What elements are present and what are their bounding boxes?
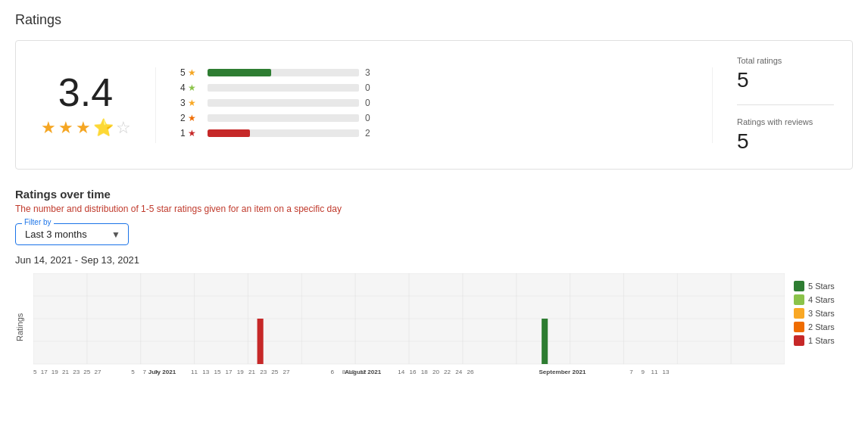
chart-svg: 1.5 1.0 0.5 0.0	[33, 273, 785, 379]
svg-text:27: 27	[283, 369, 291, 375]
svg-text:6: 6	[331, 369, 335, 375]
bar-count-5: 3	[365, 67, 377, 78]
svg-text:18: 18	[421, 369, 429, 375]
bar-label-4: 4 ★	[180, 82, 201, 93]
legend-color-4stars	[794, 294, 804, 305]
svg-text:24: 24	[455, 369, 463, 375]
filter-dropdown[interactable]: Filter by Last 3 months ▼	[15, 223, 129, 245]
bar-track-4	[208, 84, 359, 92]
bar-label-2: 2 ★	[180, 113, 201, 123]
svg-text:11: 11	[191, 369, 198, 375]
bar-track-5	[208, 69, 359, 76]
bar-count-3: 0	[365, 98, 377, 108]
legend-color-2stars	[794, 322, 804, 332]
legend-label-1stars: 1 Stars	[808, 336, 835, 345]
bar-count-4: 0	[365, 82, 377, 93]
y-axis-label: Ratings	[15, 273, 30, 381]
svg-text:21: 21	[248, 369, 256, 375]
svg-text:15: 15	[214, 369, 221, 375]
legend-label-4stars: 4 Stars	[808, 295, 835, 304]
svg-text:September 2021: September 2021	[539, 369, 586, 375]
bar-row-5: 5 ★ 3	[180, 67, 688, 78]
bar-row-3: 3 ★ 0	[180, 98, 688, 108]
svg-text:7: 7	[629, 369, 633, 375]
svg-rect-25	[258, 319, 264, 364]
ratings-over-time-section: Ratings over time The number and distrib…	[15, 188, 853, 381]
svg-text:21: 21	[62, 369, 70, 375]
filter-label: Filter by	[22, 218, 54, 226]
star-1: ★	[41, 118, 56, 138]
legend-5stars: 5 Stars	[794, 281, 853, 291]
chevron-down-icon: ▼	[111, 229, 120, 240]
page-container: Ratings 3.4 ★ ★ ★ ⭐ ☆ 5 ★	[0, 0, 868, 394]
svg-text:22: 22	[444, 369, 451, 375]
legend-3stars: 3 Stars	[794, 308, 853, 319]
bar-label-5: 5 ★	[180, 67, 201, 78]
legend-label-2stars: 2 Stars	[808, 322, 835, 332]
legend-color-5stars	[794, 281, 804, 291]
total-ratings-label: Total ratings	[737, 56, 834, 65]
bar-track-1	[208, 129, 359, 137]
star-3: ★	[76, 118, 91, 138]
legend-color-3stars	[794, 308, 804, 319]
ratings-summary-card: 3.4 ★ ★ ★ ⭐ ☆ 5 ★ 3	[15, 40, 853, 170]
svg-text:17: 17	[226, 369, 233, 375]
legend-label-5stars: 5 Stars	[808, 282, 835, 291]
star-2: ★	[58, 118, 73, 138]
svg-text:19: 19	[52, 369, 59, 375]
legend-2stars: 2 Stars	[794, 322, 853, 332]
svg-text:15: 15	[33, 369, 37, 375]
bar-count-2: 0	[365, 113, 377, 123]
chart-inner: 1.5 1.0 0.5 0.0	[33, 273, 785, 381]
rating-bars-section: 5 ★ 3 4 ★ 0 3	[155, 67, 713, 143]
svg-text:25: 25	[271, 369, 279, 375]
svg-text:7: 7	[143, 369, 147, 375]
svg-text:26: 26	[467, 369, 474, 375]
bar-fill-5	[208, 69, 271, 76]
section-subtitle: The number and distribution of 1-5 star …	[15, 204, 853, 214]
average-rating: 3.4	[58, 73, 113, 112]
svg-text:14: 14	[398, 369, 405, 375]
bar-fill-1	[208, 129, 250, 137]
date-range-label: Jun 14, 2021 - Sep 13, 2021	[15, 254, 853, 266]
total-ratings-value: 5	[737, 68, 749, 92]
legend-4stars: 4 Stars	[794, 294, 853, 305]
bar-label-3: 3 ★	[180, 98, 201, 108]
svg-text:9: 9	[155, 369, 158, 375]
legend-1stars: 1 Stars	[794, 335, 853, 346]
svg-text:23: 23	[260, 369, 267, 375]
star-5: ☆	[116, 118, 131, 138]
bar-row-2: 2 ★ 0	[180, 113, 688, 123]
bar-row-1: 1 ★ 2	[180, 128, 688, 139]
totals-divider	[737, 104, 834, 105]
bar-label-1: 1 ★	[180, 128, 201, 139]
svg-text:23: 23	[73, 369, 80, 375]
star-4: ⭐	[93, 118, 114, 138]
bar-track-2	[208, 114, 359, 122]
svg-text:20: 20	[432, 369, 440, 375]
legend-label-3stars: 3 Stars	[808, 309, 835, 318]
page-title: Ratings	[15, 12, 853, 28]
svg-text:12: 12	[360, 369, 367, 375]
totals-section: Total ratings 5 Ratings with reviews 5	[713, 56, 834, 154]
filter-value: Last 3 months	[25, 229, 87, 240]
svg-text:9: 9	[641, 369, 645, 375]
bar-row-4: 4 ★ 0	[180, 82, 688, 93]
svg-text:17: 17	[41, 369, 48, 375]
svg-text:July 2021: July 2021	[148, 369, 176, 375]
svg-text:16: 16	[410, 369, 417, 375]
svg-text:27: 27	[95, 369, 102, 375]
svg-text:11: 11	[651, 369, 658, 375]
bar-star-3: ★	[188, 98, 196, 108]
svg-text:8: 8	[342, 369, 346, 375]
bar-star-2: ★	[188, 113, 196, 123]
bar-track-3	[208, 99, 359, 107]
svg-text:19: 19	[237, 369, 245, 375]
reviews-label: Ratings with reviews	[737, 117, 834, 126]
stars-display: ★ ★ ★ ⭐ ☆	[41, 118, 131, 138]
bar-star-5: ★	[188, 67, 196, 78]
svg-rect-26	[542, 319, 548, 364]
bar-star-1: ★	[188, 128, 196, 139]
legend-color-1stars	[794, 335, 804, 346]
svg-text:25: 25	[83, 369, 91, 375]
